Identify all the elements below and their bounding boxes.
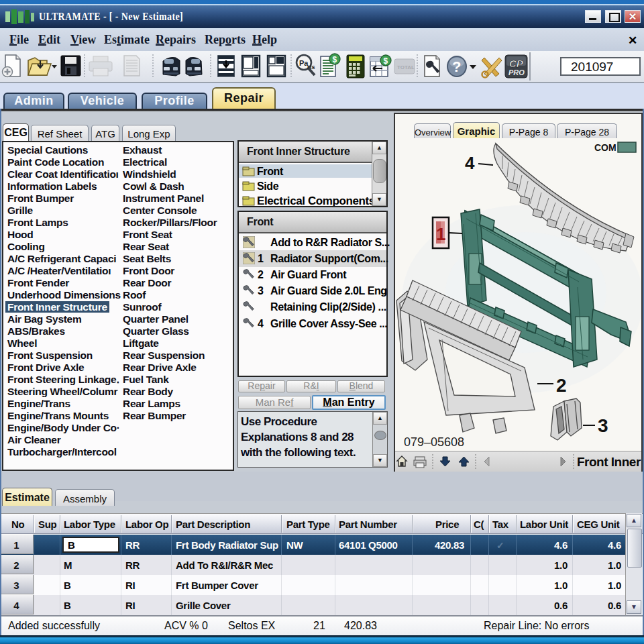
- svg-text:3: 3: [598, 415, 608, 436]
- svg-text:1: 1: [436, 224, 445, 244]
- svg-text:PRO: PRO: [508, 68, 525, 76]
- svg-text:COM: COM: [594, 142, 616, 153]
- svg-text:4: 4: [465, 153, 475, 173]
- svg-text:$: $: [333, 55, 337, 64]
- svg-text:?: ?: [452, 58, 461, 75]
- svg-text:$: $: [384, 56, 388, 66]
- svg-text:079–05608: 079–05608: [404, 435, 464, 449]
- svg-text:TOTAL: TOTAL: [397, 64, 415, 70]
- svg-text:2: 2: [556, 375, 567, 396]
- svg-text:Front Inner S: Front Inner S: [577, 455, 641, 469]
- svg-text:CP: CP: [509, 58, 524, 69]
